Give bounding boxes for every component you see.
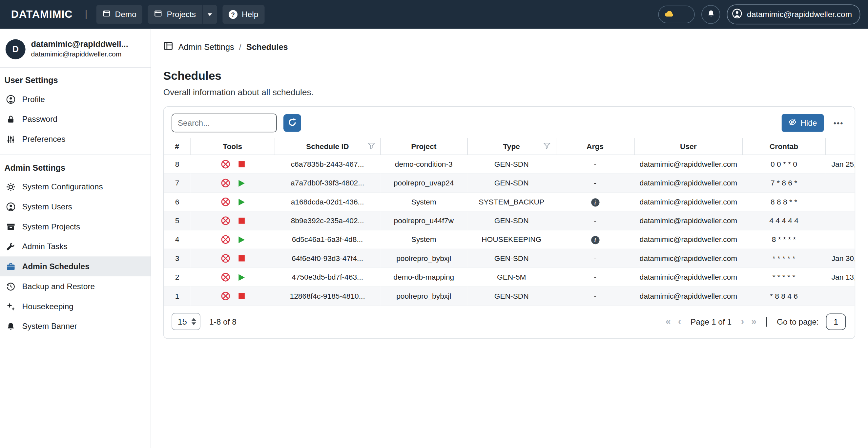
row-number: 6	[164, 192, 191, 211]
projects-button-label: Projects	[167, 10, 196, 19]
sidebar-item-system-configurations[interactable]: System Configurations	[0, 177, 151, 197]
cancel-icon[interactable]	[220, 216, 230, 226]
stop-icon[interactable]	[238, 293, 244, 299]
page-size-select[interactable]: 15	[172, 313, 200, 330]
filter-icon[interactable]	[367, 142, 375, 151]
cancel-icon[interactable]	[220, 272, 230, 282]
schedules-card: Hide ••• # Tools Schedule ID	[163, 106, 855, 339]
projects-dropdown-button[interactable]	[203, 5, 217, 24]
refresh-button[interactable]	[283, 114, 301, 132]
sidebar-item-label: Backup and Restore	[22, 282, 95, 291]
sidebar-item-preferences[interactable]: Preferences	[0, 129, 151, 149]
page-size-value: 15	[178, 317, 187, 326]
sparkles-icon	[6, 302, 16, 311]
archive-icon	[6, 222, 16, 231]
args-value	[594, 255, 596, 263]
person-circle-icon	[732, 8, 743, 20]
goto-page-input[interactable]	[826, 313, 846, 330]
stop-icon[interactable]	[238, 255, 244, 262]
crontab-cell: * * * * *	[742, 268, 825, 287]
sidebar-item-label: Profile	[22, 95, 45, 104]
row-number: 1	[164, 287, 191, 305]
sidebar-item-profile[interactable]: Profile	[0, 89, 151, 109]
crontab-cell: 8 8 8 * *	[742, 192, 825, 211]
schedule-id-cell: 4750e3d5-bd7f-463...	[275, 268, 380, 287]
first-page-button[interactable]: «	[665, 317, 671, 326]
sidebar-item-admin-schedules[interactable]: Admin Schedules	[0, 257, 151, 277]
help-button[interactable]: ? Help	[222, 5, 265, 24]
last-page-button[interactable]: »	[751, 317, 756, 326]
row-number: 7	[164, 174, 191, 192]
play-icon[interactable]	[238, 274, 244, 280]
crontab-cell: 4 4 4 4 4	[742, 211, 825, 230]
sidebar-item-system-users[interactable]: System Users	[0, 197, 151, 217]
column-header-type: Type	[467, 138, 556, 155]
sliders-icon	[6, 134, 16, 144]
breadcrumb-parent[interactable]: Admin Settings	[178, 42, 234, 52]
sidebar-item-system-projects[interactable]: System Projects	[0, 217, 151, 237]
filter-icon[interactable]	[543, 142, 551, 151]
refresh-icon	[287, 117, 297, 129]
window-icon	[154, 9, 162, 19]
row-tools	[191, 174, 275, 192]
column-header-schedule-id: Schedule ID	[275, 138, 380, 155]
crontab-cell: 0 0 * * 0	[742, 155, 825, 174]
play-icon[interactable]	[238, 236, 244, 243]
info-icon[interactable]	[591, 198, 599, 206]
cancel-icon[interactable]	[220, 292, 230, 301]
schedules-table: # Tools Schedule ID Project Type	[164, 138, 855, 305]
notifications-button[interactable]	[702, 5, 720, 24]
sidebar-item-label: Admin Tasks	[22, 242, 68, 251]
sidebar-item-password[interactable]: Password	[0, 109, 151, 129]
window-icon	[102, 9, 111, 19]
user-account-button[interactable]: datamimic@rapiddweller.com	[727, 5, 860, 25]
project-cell: demo-db-mapping	[380, 268, 467, 287]
next-run-cell	[825, 174, 855, 192]
stop-icon[interactable]	[238, 218, 244, 224]
navbar-right-group: datamimic@rapiddweller.com	[658, 5, 860, 25]
sidebar-item-housekeeping[interactable]: Housekeeping	[0, 296, 151, 317]
table-row: 1 12868f4c-9185-4810... poolrepro_bybxjl…	[164, 287, 855, 305]
search-input[interactable]	[172, 114, 277, 132]
next-page-button[interactable]: ›	[741, 317, 744, 326]
hide-button[interactable]: Hide	[782, 114, 824, 132]
type-cell: GEN-SDN	[467, 155, 556, 174]
projects-button[interactable]: Projects	[148, 5, 202, 24]
chevron-down-icon	[207, 13, 212, 16]
project-cell: poolrepro_bybxjl	[380, 287, 467, 305]
args-cell	[556, 268, 634, 287]
next-run-cell: Jan 13,	[825, 268, 855, 287]
cancel-icon[interactable]	[220, 235, 230, 244]
sidebar-item-backup-and-restore[interactable]: Backup and Restore	[0, 276, 151, 296]
window-grid-icon	[163, 41, 173, 53]
schedule-id-cell: 8b9e392c-235a-402...	[275, 211, 380, 230]
user-cell: datamimic@rapiddweller.com	[634, 192, 742, 211]
table-row: 2 4750e3d5-bd7f-463... demo-db-mapping G…	[164, 268, 855, 287]
table-header-row: # Tools Schedule ID Project Type	[164, 138, 855, 155]
table-row: 4 6d5c46a1-6a3f-4d8... System HOUSEKEEPI…	[164, 230, 855, 249]
cancel-icon[interactable]	[220, 159, 230, 169]
play-icon[interactable]	[238, 199, 244, 205]
row-tools	[191, 211, 275, 230]
play-icon[interactable]	[238, 180, 244, 186]
schedule-id-cell: 12868f4c-9185-4810...	[275, 287, 380, 305]
row-number: 8	[164, 155, 191, 174]
cancel-icon[interactable]	[220, 197, 230, 207]
crontab-cell: * 8 8 4 6	[742, 287, 825, 305]
demo-button[interactable]: Demo	[96, 5, 143, 24]
user-cell: datamimic@rapiddweller.com	[634, 287, 742, 305]
cancel-icon[interactable]	[220, 254, 230, 263]
info-icon[interactable]	[591, 236, 599, 244]
stop-icon[interactable]	[238, 161, 244, 168]
hide-button-label: Hide	[800, 118, 817, 127]
theme-toggle[interactable]	[658, 6, 695, 23]
sidebar-item-system-banner[interactable]: System Banner	[0, 317, 151, 336]
prev-page-button[interactable]: ‹	[678, 317, 681, 326]
user-cell: datamimic@rapiddweller.com	[634, 230, 742, 249]
sidebar-item-admin-tasks[interactable]: Admin Tasks	[0, 237, 151, 257]
brand-logo[interactable]: DATAMIMIC	[8, 8, 76, 20]
more-options-button[interactable]: •••	[830, 119, 847, 127]
args-cell	[556, 249, 634, 268]
cancel-icon[interactable]	[220, 178, 230, 188]
args-value	[594, 273, 596, 281]
